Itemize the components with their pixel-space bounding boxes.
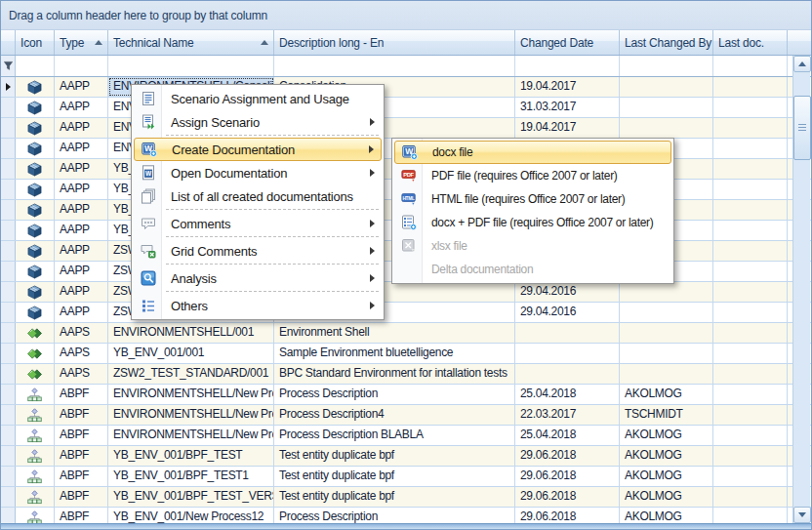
row-indicator[interactable]: [1, 364, 16, 384]
cell-icon[interactable]: [16, 159, 55, 179]
cell-type[interactable]: AAPP: [55, 77, 108, 97]
cell-icon[interactable]: [16, 241, 55, 261]
cell-last-changed-by[interactable]: AKOLMOG: [620, 446, 713, 466]
submenu-item-pdf-file-requires-office-2007-or-later[interactable]: PDFPDF file (requires Office 2007 or lat…: [394, 164, 671, 187]
table-row[interactable]: ABPFYB_ENV_001/BPF_TEST_VERSIONTest enti…: [1, 487, 811, 508]
filter-cell-date[interactable]: [515, 56, 620, 76]
menu-item-analysis[interactable]: Analysis: [134, 266, 382, 290]
cell-icon[interactable]: [16, 385, 55, 404]
cell-last-doc[interactable]: [713, 241, 788, 261]
column-header-type[interactable]: Type: [55, 30, 108, 55]
cell-last-changed-by[interactable]: [620, 77, 713, 97]
cell-last-doc[interactable]: [713, 139, 788, 158]
cell-last-doc[interactable]: [713, 426, 788, 445]
cell-changed-date[interactable]: 29.04.2016: [515, 303, 620, 322]
cell-last-doc[interactable]: [713, 221, 788, 240]
cell-icon[interactable]: [16, 487, 55, 507]
row-indicator[interactable]: [1, 446, 16, 466]
cell-icon[interactable]: [16, 282, 55, 302]
cell-technical-name[interactable]: YB_ENV_001/BPF_TEST: [108, 446, 274, 466]
row-indicator[interactable]: [1, 262, 16, 281]
row-indicator[interactable]: [1, 159, 16, 179]
cell-last-doc[interactable]: [713, 200, 788, 220]
column-header-desc[interactable]: Description long - En: [274, 30, 515, 55]
cell-type[interactable]: AAPS: [55, 323, 108, 343]
cell-type[interactable]: ABPF: [55, 426, 108, 445]
row-indicator[interactable]: [1, 344, 16, 363]
cell-changed-date[interactable]: 25.04.2018: [515, 385, 620, 404]
cell-type[interactable]: ABPF: [55, 385, 108, 404]
cell-technical-name[interactable]: YB_ENV_001/BPF_TEST_VERSION: [108, 487, 274, 507]
cell-last-changed-by[interactable]: [620, 282, 713, 302]
cell-type[interactable]: AAPP: [55, 159, 108, 179]
cell-type[interactable]: AAPP: [55, 118, 108, 138]
cell-last-changed-by[interactable]: AKOLMOG: [620, 426, 713, 445]
cell-icon[interactable]: [16, 200, 55, 220]
cell-technical-name[interactable]: ENVIRONMENTSHELL/New Proc...: [108, 405, 274, 425]
cell-changed-date[interactable]: 29.06.2018: [515, 487, 620, 507]
cell-last-changed-by[interactable]: [620, 118, 713, 138]
cell-description[interactable]: Process Description: [274, 385, 515, 404]
cell-changed-date[interactable]: 29.06.2018: [515, 446, 620, 466]
column-header-date[interactable]: Changed Date: [515, 30, 620, 55]
row-indicator[interactable]: [1, 241, 16, 261]
cell-description[interactable]: Process Description4: [274, 405, 515, 425]
group-by-panel[interactable]: Drag a column header here to group by th…: [1, 1, 811, 30]
submenu-item-html-file-requires-office-2007-or-later[interactable]: HTMLHTML file (requires Office 2007 or l…: [394, 187, 671, 211]
filter-cell-tech[interactable]: [108, 56, 274, 76]
column-header-user[interactable]: Last Changed By: [620, 30, 713, 55]
cell-type[interactable]: ABPF: [55, 446, 108, 466]
row-indicator[interactable]: [1, 303, 16, 322]
cell-technical-name[interactable]: ENVIRONMENTSHELL/New Proc...: [108, 385, 274, 404]
row-indicator[interactable]: [1, 282, 16, 302]
cell-type[interactable]: AAPP: [55, 282, 108, 302]
cell-last-changed-by[interactable]: AKOLMOG: [620, 385, 713, 404]
cell-last-doc[interactable]: [713, 405, 788, 425]
row-indicator[interactable]: [1, 323, 16, 343]
table-row[interactable]: ABPFENVIRONMENTSHELL/New Proc...Process …: [1, 405, 811, 426]
menu-item-grid-comments[interactable]: Grid Comments: [134, 239, 382, 263]
cell-technical-name[interactable]: ZSW2_TEST_STANDARD/001: [108, 364, 274, 384]
filter-cell-type[interactable]: [55, 56, 108, 76]
cell-type[interactable]: AAPP: [55, 139, 108, 158]
cell-type[interactable]: AAPP: [55, 180, 108, 199]
cell-description[interactable]: Test entity duplicate bpf: [274, 446, 515, 466]
cell-icon[interactable]: [16, 262, 55, 281]
cell-icon[interactable]: [16, 323, 55, 343]
cell-type[interactable]: AAPS: [55, 364, 108, 384]
menu-item-list-of-all-created-documentations[interactable]: List of all created documentations: [134, 184, 382, 208]
cell-technical-name[interactable]: ENVIRONMENTSHELL/New Proc...: [108, 426, 274, 445]
cell-icon[interactable]: [16, 446, 55, 466]
cell-icon[interactable]: [16, 426, 55, 445]
cell-type[interactable]: AAPP: [55, 241, 108, 261]
cell-icon[interactable]: [16, 467, 55, 486]
cell-last-changed-by[interactable]: AKOLMOG: [620, 487, 713, 507]
cell-type[interactable]: AAPS: [55, 344, 108, 363]
cell-icon[interactable]: [16, 344, 55, 363]
cell-last-changed-by[interactable]: [620, 98, 713, 117]
table-row[interactable]: AAPPZSW2_TEST_STANDARD/RatesExchange Rat…: [1, 303, 811, 323]
cell-icon[interactable]: [16, 364, 55, 384]
row-indicator[interactable]: [1, 98, 16, 117]
vertical-scrollbar[interactable]: [792, 56, 810, 523]
cell-last-doc[interactable]: [713, 323, 788, 343]
cell-type[interactable]: AAPP: [55, 303, 108, 322]
cell-icon[interactable]: [16, 405, 55, 425]
cell-technical-name[interactable]: ENVIRONMENTSHELL/001: [108, 323, 274, 343]
cell-last-doc[interactable]: [713, 98, 788, 117]
cell-changed-date[interactable]: 19.04.2017: [515, 118, 620, 138]
row-indicator[interactable]: [1, 118, 16, 138]
column-header-lastdoc[interactable]: Last doc.: [713, 30, 788, 55]
cell-last-doc[interactable]: [713, 303, 788, 322]
table-row[interactable]: ABPFENVIRONMENTSHELL/New Proc...Process …: [1, 385, 811, 405]
cell-icon[interactable]: [16, 221, 55, 240]
table-row[interactable]: ABPFYB_ENV_001/BPF_TEST1Test entity dupl…: [1, 467, 811, 487]
cell-last-doc[interactable]: [713, 364, 788, 384]
menu-item-comments[interactable]: Comments: [134, 212, 382, 235]
row-indicator[interactable]: [1, 426, 16, 445]
cell-description[interactable]: Sample Environment bluetelligence: [274, 344, 515, 363]
table-row[interactable]: ABPFENVIRONMENTSHELL/New Proc...Process …: [1, 426, 811, 446]
submenu-item-docx-file[interactable]: Wdocx file: [394, 141, 671, 164]
cell-icon[interactable]: [16, 180, 55, 199]
cell-last-doc[interactable]: [713, 467, 788, 486]
